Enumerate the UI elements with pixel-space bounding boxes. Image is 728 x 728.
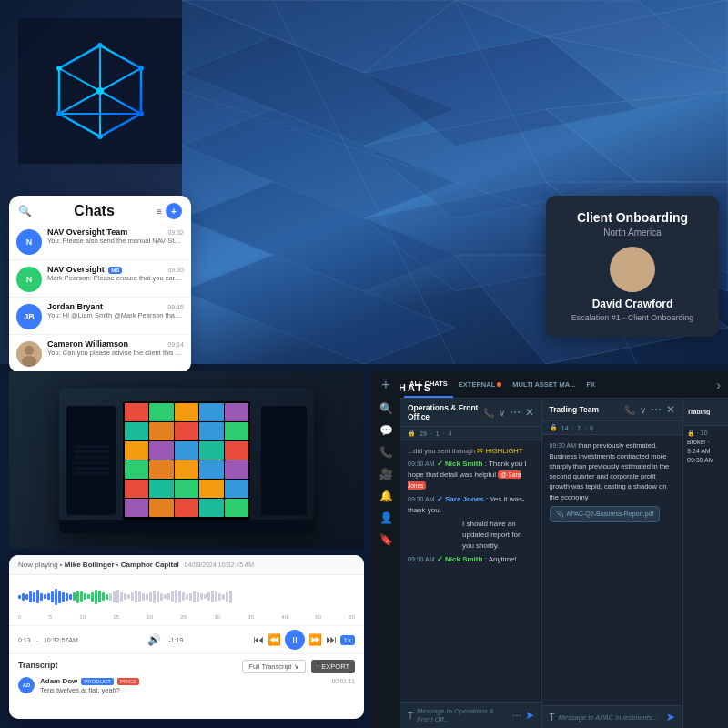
partial-time2: 09:30 AM <box>687 457 724 463</box>
chat-name: NAV Oversight MS <box>47 265 122 274</box>
rewind-button[interactable]: ⏪ <box>268 633 281 646</box>
recording-date: 04/09/2024 10:32:45 AM <box>185 561 254 568</box>
waveform[interactable] <box>18 581 355 612</box>
time-separator: - <box>36 637 38 643</box>
add-tab-button[interactable]: › <box>713 378 724 392</box>
search-icon[interactable]: 🔍 <box>379 402 393 415</box>
attachment-name: APAC-Q2-Business-Report.pdf <box>567 510 654 520</box>
conv-title: Operations & Front Office <box>408 403 483 421</box>
card-title: Client Onboarding <box>561 210 704 225</box>
chat-item-content: NAV Oversight Team 09:32 You: Please als… <box>47 228 184 255</box>
send-button[interactable]: ➤ <box>666 711 675 723</box>
input-placeholder: Message to Operations & Front Off... <box>417 707 508 723</box>
tag-product: PRODUCT <box>81 678 114 685</box>
svg-point-29 <box>25 346 34 355</box>
svg-line-13 <box>273 0 455 364</box>
chat-item[interactable]: N NAV Oversight MS 09:30 Mark Pearson: P… <box>9 260 191 298</box>
bookmark-icon[interactable]: 🔖 <box>379 533 393 546</box>
transcript-actions: Full Transcript ∨ ↑ EXPORT <box>242 660 355 673</box>
tab-fx[interactable]: FX <box>581 371 601 398</box>
chat-item[interactable]: N NAV Oversight Team 09:32 You: Please a… <box>9 223 191 260</box>
search-icon[interactable]: 🔍 <box>18 205 32 217</box>
forward-button[interactable]: ⏩ <box>308 633 322 646</box>
play-pause-button[interactable]: ⏸ <box>285 630 305 650</box>
timeline: 05101520 253035405060 <box>18 614 355 620</box>
conv-title: Trading Team <box>550 405 600 414</box>
phone-screen <box>123 401 250 520</box>
bell-icon[interactable]: 🔔 <box>379 490 393 502</box>
more-icon[interactable]: ⋯ <box>510 406 521 419</box>
entry-avatar: AD <box>18 677 35 693</box>
tab-dot <box>497 382 501 387</box>
msg-line: 09:30 AM than previously estimated. Busi… <box>550 440 676 502</box>
filter-icon[interactable]: ≡ <box>157 207 162 217</box>
send-button[interactable]: ➤ <box>525 709 534 722</box>
avatar: N <box>16 267 42 292</box>
partial-header: Trading <box>683 399 728 426</box>
attachment-line: 📎 APAC-Q2-Business-Report.pdf <box>550 506 676 523</box>
chat-tabs: ALL CHATS EXTERNAL MULTI ASSET MA... FX … <box>400 371 728 399</box>
tab-external[interactable]: EXTERNAL <box>453 371 507 398</box>
input-placeholder: Message to APAC Investments... <box>559 713 662 722</box>
chevron-down-icon[interactable]: ∨ <box>640 405 646 415</box>
transcript-entry: AD Adam Dow PRODUCT PRICE 00:01:11 Tens … <box>18 677 355 694</box>
partial-messages: 🔒 · 10 Broker · 9:24 AM 09:30 AM <box>683 426 728 728</box>
svg-marker-8 <box>182 182 455 291</box>
chevron-down-icon[interactable]: ∨ <box>499 408 505 418</box>
prev-button[interactable]: ⏮ <box>253 633 264 646</box>
svg-marker-0 <box>182 0 455 73</box>
phone-action-icon[interactable]: 📞 <box>624 405 635 415</box>
export-icon: ↑ <box>317 662 320 671</box>
logo-area <box>18 18 182 164</box>
msg-line: 09:30 AM ✓ Sara Jones : Yes it was- than… <box>408 494 534 516</box>
meta-count: 29 <box>420 430 427 437</box>
partial-time: 9:24 AM <box>687 448 724 454</box>
user-icon[interactable]: 👤 <box>379 511 393 524</box>
svg-point-25 <box>138 111 144 116</box>
svg-marker-18 <box>100 68 141 114</box>
chat-item[interactable]: Cameron Williamson 09:14 You: Can you pl… <box>9 335 191 372</box>
partial-title: Trading <box>687 409 710 415</box>
video-icon[interactable]: 🎥 <box>379 468 393 480</box>
speed-button[interactable]: 1x <box>340 635 355 645</box>
conv-input-area[interactable]: T Message to Operations & Front Off... ⋯… <box>400 702 541 728</box>
chat-time: 09:30 <box>167 267 184 273</box>
transcript-audio-panel: Now playing • Mike Bollinger • Camphor C… <box>9 555 364 719</box>
tab-all-chats[interactable]: ALL CHATS <box>404 371 453 398</box>
input-more-icon[interactable]: ⋯ <box>512 711 521 721</box>
conv-actions: 📞 ∨ ⋯ ✕ <box>624 403 675 416</box>
chat-icon[interactable]: 💬 <box>379 424 393 437</box>
svg-marker-7 <box>546 91 728 182</box>
phone-icon[interactable]: 📞 <box>379 446 393 459</box>
chevron-down-icon: ∨ <box>294 662 299 671</box>
now-playing-label: Now playing • Mike Bollinger • Camphor C… <box>18 561 179 569</box>
svg-marker-3 <box>182 36 455 146</box>
full-transcript-button[interactable]: Full Transcript ∨ <box>242 660 305 673</box>
close-icon[interactable]: ✕ <box>525 406 534 419</box>
speaker-name: Mike Bollinger <box>65 561 115 569</box>
chat-name: Cameron Williamson <box>47 339 128 349</box>
volume-button[interactable]: 🔊 <box>147 633 161 646</box>
chat-item[interactable]: JB Jordan Bryant 09:15 You: Hi @Liam Smi… <box>9 298 191 335</box>
new-chat-button[interactable]: + <box>166 203 182 219</box>
msg-line: I should have an updated report for you … <box>408 519 534 551</box>
conv-messages: ...did you sent through ✉ HIGHLIGHT 09:3… <box>400 440 541 702</box>
conv-actions: 📞 ∨ ⋯ ✕ <box>483 406 534 419</box>
tab-multi-asset[interactable]: MULTI ASSET MA... <box>507 371 581 398</box>
chat-main-interface: ALL CHATS EXTERNAL MULTI ASSET MA... FX … <box>400 371 728 728</box>
plus-icon[interactable]: + <box>381 377 389 393</box>
export-button[interactable]: ↑ EXPORT <box>311 660 355 673</box>
more-icon[interactable]: ⋯ <box>651 403 662 416</box>
conv-input-area[interactable]: T Message to APAC Investments... ➤ <box>542 705 683 728</box>
chat-preview: Mark Pearson: Please ensure that you car… <box>47 274 184 283</box>
svg-point-28 <box>56 66 62 71</box>
waveform-area[interactable]: 05101520 253035405060 <box>9 575 364 625</box>
chat-time: 09:32 <box>167 229 184 236</box>
next-button[interactable]: ⏭ <box>326 633 337 646</box>
phone-action-icon[interactable]: 📞 <box>483 408 494 418</box>
svg-point-30 <box>22 356 36 367</box>
time-display: -1:19 <box>168 637 183 643</box>
ctrl-left: 0:13 - 10:32:57AM <box>18 637 78 643</box>
close-icon[interactable]: ✕ <box>666 403 675 416</box>
phone-device-area <box>9 371 364 549</box>
